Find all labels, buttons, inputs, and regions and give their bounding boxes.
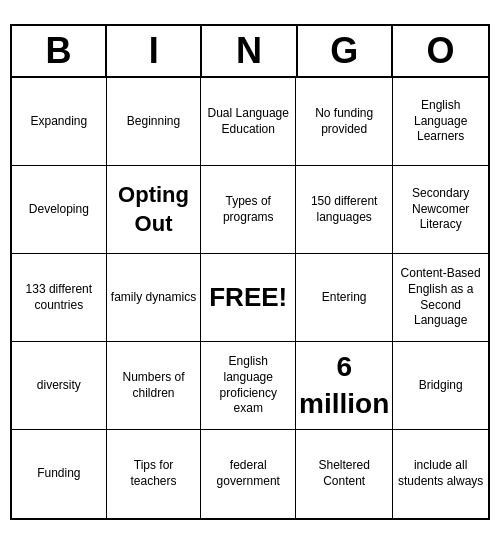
header-letter-n: N	[202, 26, 297, 76]
bingo-cell-19: Bridging	[393, 342, 488, 430]
bingo-cell-11: family dynamics	[107, 254, 202, 342]
header-letter-o: O	[393, 26, 488, 76]
bingo-cell-5: Developing	[12, 166, 107, 254]
bingo-cell-18: 6 million	[296, 342, 393, 430]
bingo-cell-21: Tips for teachers	[107, 430, 202, 518]
bingo-cell-1: Beginning	[107, 78, 202, 166]
bingo-cell-14: Content-Based English as a Second Langua…	[393, 254, 488, 342]
bingo-cell-17: English language proficiency exam	[201, 342, 296, 430]
header-letter-i: I	[107, 26, 202, 76]
bingo-cell-4: English Language Learners	[393, 78, 488, 166]
bingo-cell-20: Funding	[12, 430, 107, 518]
bingo-cell-9: Secondary Newcomer Literacy	[393, 166, 488, 254]
header-letter-b: B	[12, 26, 107, 76]
bingo-cell-8: 150 different languages	[296, 166, 393, 254]
bingo-cell-24: include all students always	[393, 430, 488, 518]
bingo-grid: ExpandingBeginningDual Language Educatio…	[12, 78, 488, 518]
bingo-cell-0: Expanding	[12, 78, 107, 166]
bingo-cell-10: 133 different countries	[12, 254, 107, 342]
bingo-cell-6: Opting Out	[107, 166, 202, 254]
bingo-cell-15: diversity	[12, 342, 107, 430]
bingo-cell-2: Dual Language Education	[201, 78, 296, 166]
bingo-board: BINGO ExpandingBeginningDual Language Ed…	[10, 24, 490, 520]
header-letter-g: G	[298, 26, 393, 76]
bingo-cell-16: Numbers of children	[107, 342, 202, 430]
bingo-cell-7: Types of programs	[201, 166, 296, 254]
bingo-header: BINGO	[12, 26, 488, 78]
bingo-cell-23: Sheltered Content	[296, 430, 393, 518]
bingo-cell-13: Entering	[296, 254, 393, 342]
bingo-cell-12: FREE!	[201, 254, 296, 342]
bingo-cell-22: federal government	[201, 430, 296, 518]
bingo-cell-3: No funding provided	[296, 78, 393, 166]
